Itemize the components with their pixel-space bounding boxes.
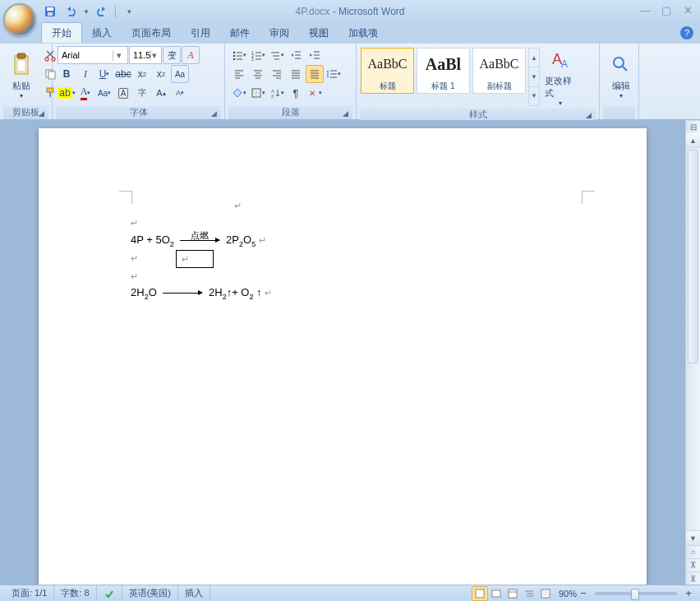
tab-mailings[interactable]: 邮件 <box>220 23 260 43</box>
minimize-button[interactable]: — <box>638 3 652 16</box>
window-controls: — ▢ ✕ <box>638 3 695 16</box>
svg-point-11 <box>233 52 236 54</box>
status-page[interactable]: 页面: 1/1 <box>5 585 54 601</box>
align-left-icon[interactable] <box>230 65 248 83</box>
office-button[interactable] <box>3 3 36 36</box>
distributed-icon[interactable] <box>306 65 324 83</box>
shading-icon[interactable]: ▾ <box>230 84 248 102</box>
save-icon[interactable] <box>41 2 59 21</box>
justify-icon[interactable] <box>287 65 305 83</box>
highlight-icon[interactable]: ab▾ <box>58 84 76 102</box>
document-area: ↵ ↵ 4P + 5O2 点燃 2P2O5 ↵ ↵↵ ↵ 2H2O 2H2↑+ … <box>0 120 700 585</box>
clipboard-launcher-icon[interactable]: ◢ <box>36 108 47 118</box>
tab-addins[interactable]: 加载项 <box>338 23 388 43</box>
clear-formatting-icon[interactable]: A <box>182 46 200 64</box>
styles-launcher-icon[interactable]: ◢ <box>583 109 594 120</box>
superscript-button[interactable]: x2 <box>152 65 170 83</box>
font-family-combo[interactable]: Arial▾ <box>58 46 128 64</box>
group-label-editing <box>603 106 635 119</box>
next-page-icon[interactable]: ⊻ <box>686 571 700 585</box>
ribbon: 粘贴 ▾ 剪贴板◢ Arial▾ 11.5▾ 变 A B I <box>0 43 700 120</box>
borders-icon[interactable]: ▾ <box>249 84 267 102</box>
tab-home[interactable]: 开始 <box>41 22 82 43</box>
page[interactable]: ↵ ↵ 4P + 5O2 点燃 2P2O5 ↵ ↵↵ ↵ 2H2O 2H2↑+ … <box>39 128 647 585</box>
change-styles-button[interactable]: AA 更改样式 ▾ <box>540 45 581 109</box>
status-words[interactable]: 字数: 8 <box>54 585 96 601</box>
status-proofing-icon[interactable] <box>97 585 122 601</box>
equation-1: 4P + 5O2 点燃 2P2O5 ↵ <box>131 232 344 250</box>
paragraph-launcher-icon[interactable]: ◢ <box>340 108 351 118</box>
help-icon[interactable]: ? <box>680 26 693 39</box>
scroll-down-icon[interactable]: ▼ <box>686 530 700 545</box>
ruler-toggle-icon[interactable]: ⊟ <box>686 120 700 133</box>
increase-indent-icon[interactable] <box>306 46 324 64</box>
view-full-screen-icon[interactable] <box>488 586 504 601</box>
undo-dropdown-icon[interactable]: ▼ <box>82 2 90 21</box>
page-scroll[interactable]: ↵ ↵ 4P + 5O2 点燃 2P2O5 ↵ ↵↵ ↵ 2H2O 2H2↑+ … <box>0 120 685 585</box>
tab-insert[interactable]: 插入 <box>82 23 122 43</box>
redo-icon[interactable] <box>93 2 111 21</box>
svg-rect-4 <box>17 53 25 58</box>
status-mode[interactable]: 插入 <box>178 585 210 601</box>
status-language[interactable]: 英语(美国) <box>122 585 178 601</box>
zoom-slider[interactable] <box>595 592 677 595</box>
undo-icon[interactable] <box>62 2 80 21</box>
find-button[interactable]: 编辑 ▾ <box>603 45 639 106</box>
bullets-icon[interactable]: ▾ <box>230 46 248 64</box>
style-subtitle[interactable]: AaBbC 副标题 <box>472 48 526 94</box>
numbering-icon[interactable]: 123▾ <box>249 46 267 64</box>
font-color-icon[interactable]: A▾ <box>76 84 94 102</box>
bold-button[interactable]: B <box>58 65 76 83</box>
inline-textbox[interactable]: ↵ <box>176 250 214 268</box>
multilevel-list-icon[interactable]: ▾ <box>268 46 286 64</box>
equation-2: 2H2O 2H2↑+ O2 ↑ ↵ <box>131 284 344 303</box>
change-case-icon[interactable]: 变 <box>163 46 181 64</box>
qat-customize-icon[interactable]: ▾ <box>120 2 138 21</box>
gallery-down-icon[interactable]: ▼ <box>529 67 539 86</box>
character-shading-icon[interactable]: Aa▾ <box>95 84 113 102</box>
tab-view[interactable]: 视图 <box>299 23 338 43</box>
view-print-layout-icon[interactable] <box>472 586 488 601</box>
line-spacing-icon[interactable]: ▾ <box>325 65 343 83</box>
grow-font-icon[interactable]: A▴ <box>152 84 170 102</box>
decrease-indent-icon[interactable] <box>287 46 305 64</box>
font-size-combo[interactable]: 11.5▾ <box>129 46 162 64</box>
gallery-up-icon[interactable]: ▲ <box>529 49 539 67</box>
character-border-icon[interactable]: 字 <box>133 84 151 102</box>
view-outline-icon[interactable] <box>521 586 537 601</box>
sort-icon[interactable]: AZ▾ <box>268 84 286 102</box>
subscript-button[interactable]: x2 <box>133 65 151 83</box>
tab-references[interactable]: 引用 <box>181 23 220 43</box>
zoom-in-icon[interactable]: + <box>682 587 695 600</box>
show-marks-icon[interactable]: ¶ <box>287 84 305 102</box>
tab-review[interactable]: 审阅 <box>260 23 299 43</box>
shrink-font-icon[interactable]: A▾ <box>171 84 189 102</box>
enclose-character-icon[interactable]: A <box>114 84 132 102</box>
prev-page-icon[interactable]: ⊼ <box>686 558 700 571</box>
view-web-layout-icon[interactable] <box>504 586 521 601</box>
style-heading-1[interactable]: AaBl 标题 1 <box>417 48 470 94</box>
font-launcher-icon[interactable]: ◢ <box>209 108 219 118</box>
align-right-icon[interactable] <box>268 65 286 83</box>
strikethrough-button[interactable]: abc <box>114 65 132 83</box>
maximize-button[interactable]: ▢ <box>659 3 674 16</box>
italic-button[interactable]: I <box>76 65 94 83</box>
align-center-icon[interactable] <box>249 65 267 83</box>
group-label-paragraph: 段落◢ <box>228 106 352 119</box>
vertical-scrollbar[interactable]: ⊟ ▲ ▼ ○ ⊼ ⊻ <box>685 120 700 585</box>
scroll-thumb[interactable] <box>688 150 698 363</box>
asian-layout-icon[interactable]: ✕▾ <box>306 84 324 102</box>
tab-page-layout[interactable]: 页面布局 <box>122 23 181 43</box>
zoom-out-icon[interactable]: − <box>577 587 590 600</box>
document-content[interactable]: ↵ ↵ 4P + 5O2 点燃 2P2O5 ↵ ↵↵ ↵ 2H2O 2H2↑+ … <box>131 197 344 303</box>
zoom-level[interactable]: 90% <box>559 589 577 599</box>
scroll-up-icon[interactable]: ▲ <box>686 133 700 148</box>
close-button[interactable]: ✕ <box>680 3 695 16</box>
style-heading[interactable]: AaBbC 标题 <box>361 48 414 94</box>
phonetic-guide-icon[interactable]: Aa <box>171 65 189 83</box>
underline-button[interactable]: U▾ <box>95 65 113 83</box>
browse-object-icon[interactable]: ○ <box>686 545 700 558</box>
view-draft-icon[interactable] <box>537 586 554 601</box>
paste-button[interactable]: 粘贴 ▾ <box>3 45 39 106</box>
gallery-more-icon[interactable]: ▼ <box>529 87 539 105</box>
